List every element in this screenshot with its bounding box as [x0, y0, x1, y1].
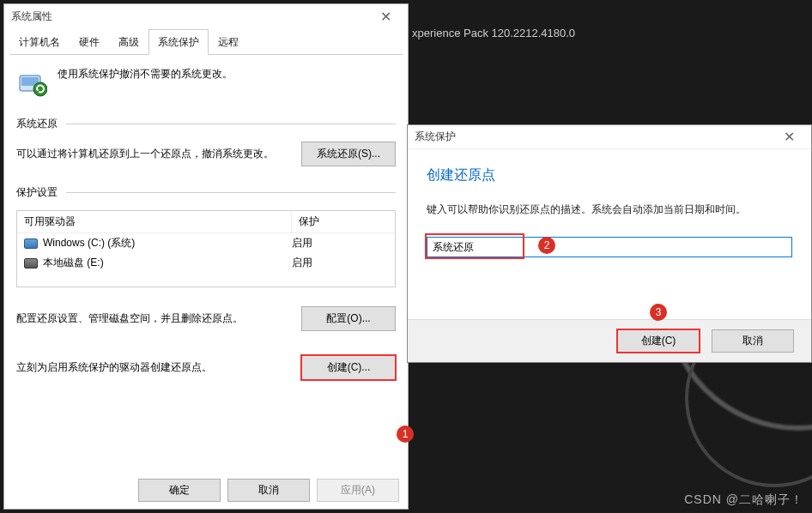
restore-point-name-input[interactable] — [427, 237, 792, 257]
titlebar[interactable]: 系统属性 ✕ — [4, 4, 408, 28]
tab-advanced[interactable]: 高级 — [109, 29, 148, 55]
drive-name: Windows (C:) (系统) — [43, 236, 135, 250]
close-icon[interactable]: ✕ — [370, 7, 401, 26]
bg-experience-pack: xperience Pack 120.2212.4180.0 — [412, 27, 575, 39]
system-properties-dialog: 系统属性 ✕ 计算机名 硬件 高级 系统保护 远程 使用系统保护撤消不需要的系统… — [3, 3, 409, 510]
drive-status: 启用 — [292, 236, 388, 250]
dialog-heading: 创建还原点 — [427, 166, 792, 184]
configure-button[interactable]: 配置(O)... — [301, 306, 396, 331]
create-button[interactable]: 创建(C) — [617, 329, 700, 353]
drive-status: 启用 — [292, 256, 388, 270]
create-description: 立刻为启用系统保护的驱动器创建还原点。 — [16, 359, 289, 376]
titlebar[interactable]: 系统保护 ✕ — [408, 125, 811, 149]
callout-badge-1: 1 — [397, 425, 414, 443]
intro-text: 使用系统保护撤消不需要的系统更改。 — [58, 67, 233, 81]
create-restore-point-dialog: 系统保护 ✕ 创建还原点 键入可以帮助你识别还原点的描述。系统会自动添加当前日期… — [407, 124, 812, 363]
dialog-description: 键入可以帮助你识别还原点的描述。系统会自动添加当前日期和时间。 — [427, 202, 792, 218]
col-header-protection[interactable]: 保护 — [292, 211, 395, 232]
system-restore-button[interactable]: 系统还原(S)... — [301, 142, 396, 166]
section-title-restore: 系统还原 — [16, 117, 58, 131]
disk-icon — [24, 238, 38, 249]
table-row[interactable]: Windows (C:) (系统) 启用 — [17, 233, 395, 253]
cancel-button[interactable]: 取消 — [712, 329, 794, 353]
cancel-button[interactable]: 取消 — [227, 479, 310, 502]
ok-button[interactable]: 确定 — [138, 479, 221, 502]
section-title-protection: 保护设置 — [16, 185, 58, 200]
drives-table: 可用驱动器 保护 Windows (C:) (系统) 启用 本地磁盘 (E:) … — [16, 210, 396, 287]
callout-badge-3: 3 — [650, 304, 667, 321]
tab-remote[interactable]: 远程 — [209, 29, 248, 55]
table-row[interactable]: 本地磁盘 (E:) 启用 — [17, 253, 395, 273]
dialog-title: 系统保护 — [415, 130, 456, 144]
col-header-drive[interactable]: 可用驱动器 — [17, 211, 292, 232]
tab-computername[interactable]: 计算机名 — [9, 29, 70, 55]
drive-name: 本地磁盘 (E:) — [43, 256, 104, 270]
tab-hardware[interactable]: 硬件 — [70, 29, 109, 55]
dialog-title: 系统属性 — [11, 9, 52, 24]
tab-systemprotection[interactable]: 系统保护 — [148, 29, 209, 55]
shield-restore-icon — [16, 67, 47, 98]
tabs: 计算机名 硬件 高级 系统保护 远程 — [9, 28, 403, 55]
watermark: CSDN @二哈喇子！ — [684, 492, 803, 508]
close-icon[interactable]: ✕ — [773, 128, 804, 147]
restore-description: 可以通过将计算机还原到上一个还原点，撤消系统更改。 — [16, 145, 289, 162]
svg-point-2 — [33, 82, 47, 96]
configure-description: 配置还原设置、管理磁盘空间，并且删除还原点。 — [16, 310, 289, 327]
create-restore-point-button[interactable]: 创建(C)... — [301, 355, 396, 380]
disk-icon — [24, 258, 38, 269]
apply-button: 应用(A) — [317, 479, 399, 502]
